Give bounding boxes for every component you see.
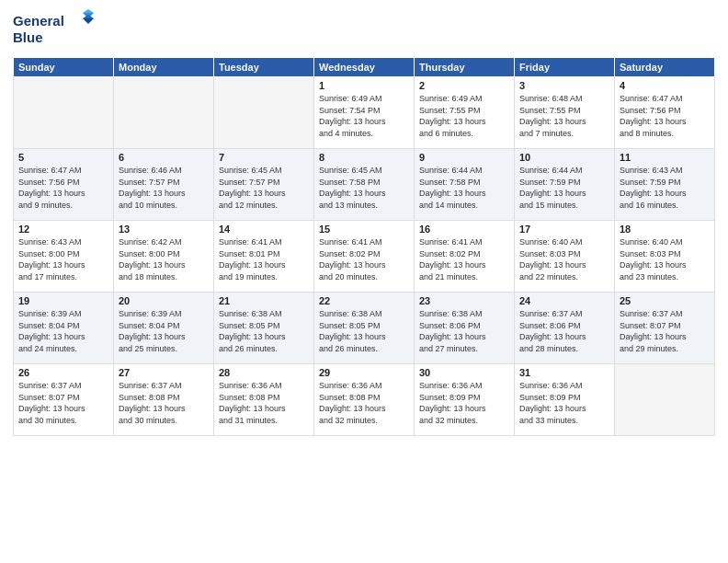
- day-14: 14Sunrise: 6:41 AM Sunset: 8:01 PM Dayli…: [214, 221, 314, 293]
- day-27: 27Sunrise: 6:37 AM Sunset: 8:08 PM Dayli…: [114, 364, 214, 436]
- day-number: 11: [620, 152, 710, 163]
- day-28: 28Sunrise: 6:36 AM Sunset: 8:08 PM Dayli…: [214, 364, 314, 436]
- logo-svg: General Blue: [13, 9, 96, 50]
- day-info: Sunrise: 6:48 AM Sunset: 7:55 PM Dayligh…: [519, 93, 609, 139]
- day-13: 13Sunrise: 6:42 AM Sunset: 8:00 PM Dayli…: [114, 221, 214, 293]
- day-8: 8Sunrise: 6:45 AM Sunset: 7:58 PM Daylig…: [314, 149, 415, 221]
- day-number: 29: [319, 367, 409, 378]
- day-12: 12Sunrise: 6:43 AM Sunset: 8:00 PM Dayli…: [14, 221, 114, 293]
- week-row-1: 1Sunrise: 6:49 AM Sunset: 7:54 PM Daylig…: [14, 77, 715, 149]
- week-row-5: 26Sunrise: 6:37 AM Sunset: 8:07 PM Dayli…: [14, 364, 715, 436]
- day-info: Sunrise: 6:44 AM Sunset: 7:58 PM Dayligh…: [419, 165, 509, 211]
- svg-text:Blue: Blue: [13, 29, 43, 45]
- day-20: 20Sunrise: 6:39 AM Sunset: 8:04 PM Dayli…: [114, 293, 214, 364]
- day-number: 8: [319, 152, 409, 163]
- empty-cell: [214, 77, 314, 149]
- day-number: 6: [119, 152, 209, 163]
- day-number: 30: [419, 367, 509, 378]
- day-19: 19Sunrise: 6:39 AM Sunset: 8:04 PM Dayli…: [14, 293, 114, 364]
- week-row-4: 19Sunrise: 6:39 AM Sunset: 8:04 PM Dayli…: [14, 293, 715, 364]
- day-2: 2Sunrise: 6:49 AM Sunset: 7:55 PM Daylig…: [415, 77, 515, 149]
- day-11: 11Sunrise: 6:43 AM Sunset: 7:59 PM Dayli…: [615, 149, 715, 221]
- day-number: 2: [419, 80, 509, 91]
- weekday-tuesday: Tuesday: [214, 58, 314, 77]
- day-7: 7Sunrise: 6:45 AM Sunset: 7:57 PM Daylig…: [214, 149, 314, 221]
- svg-marker-2: [83, 9, 94, 13]
- day-number: 19: [18, 295, 108, 306]
- day-26: 26Sunrise: 6:37 AM Sunset: 8:07 PM Dayli…: [14, 364, 114, 436]
- day-info: Sunrise: 6:41 AM Sunset: 8:01 PM Dayligh…: [219, 236, 309, 282]
- empty-cell: [114, 77, 214, 149]
- day-4: 4Sunrise: 6:47 AM Sunset: 7:56 PM Daylig…: [615, 77, 715, 149]
- day-number: 13: [119, 224, 209, 235]
- day-number: 27: [119, 367, 209, 378]
- logo: General Blue: [13, 9, 96, 50]
- day-21: 21Sunrise: 6:38 AM Sunset: 8:05 PM Dayli…: [214, 293, 314, 364]
- day-number: 12: [18, 224, 108, 235]
- weekday-thursday: Thursday: [415, 58, 515, 77]
- day-31: 31Sunrise: 6:36 AM Sunset: 8:09 PM Dayli…: [515, 364, 615, 436]
- page: General Blue SundayMondayTuesdayWednesda…: [0, 0, 728, 563]
- day-info: Sunrise: 6:43 AM Sunset: 8:00 PM Dayligh…: [18, 236, 108, 282]
- day-number: 5: [18, 152, 108, 163]
- day-number: 20: [119, 295, 209, 306]
- day-number: 23: [419, 295, 509, 306]
- day-16: 16Sunrise: 6:41 AM Sunset: 8:02 PM Dayli…: [415, 221, 515, 293]
- day-info: Sunrise: 6:36 AM Sunset: 8:09 PM Dayligh…: [419, 380, 509, 426]
- day-info: Sunrise: 6:37 AM Sunset: 8:08 PM Dayligh…: [119, 380, 209, 426]
- calendar-header: SundayMondayTuesdayWednesdayThursdayFrid…: [14, 58, 715, 77]
- day-info: Sunrise: 6:39 AM Sunset: 8:04 PM Dayligh…: [18, 308, 108, 354]
- day-info: Sunrise: 6:46 AM Sunset: 7:57 PM Dayligh…: [119, 165, 209, 211]
- day-info: Sunrise: 6:36 AM Sunset: 8:09 PM Dayligh…: [519, 380, 609, 426]
- day-info: Sunrise: 6:41 AM Sunset: 8:02 PM Dayligh…: [319, 236, 409, 282]
- day-info: Sunrise: 6:45 AM Sunset: 7:58 PM Dayligh…: [319, 165, 409, 211]
- day-number: 9: [419, 152, 509, 163]
- day-23: 23Sunrise: 6:38 AM Sunset: 8:06 PM Dayli…: [415, 293, 515, 364]
- calendar-body: 1Sunrise: 6:49 AM Sunset: 7:54 PM Daylig…: [14, 77, 715, 436]
- day-info: Sunrise: 6:42 AM Sunset: 8:00 PM Dayligh…: [119, 236, 209, 282]
- day-1: 1Sunrise: 6:49 AM Sunset: 7:54 PM Daylig…: [314, 77, 415, 149]
- day-number: 3: [519, 80, 609, 91]
- day-number: 31: [519, 367, 609, 378]
- day-number: 16: [419, 224, 509, 235]
- header: General Blue: [13, 9, 715, 50]
- day-number: 17: [519, 224, 609, 235]
- day-number: 4: [620, 80, 710, 91]
- day-24: 24Sunrise: 6:37 AM Sunset: 8:06 PM Dayli…: [515, 293, 615, 364]
- empty-cell: [615, 364, 715, 436]
- day-info: Sunrise: 6:45 AM Sunset: 7:57 PM Dayligh…: [219, 165, 309, 211]
- weekday-sunday: Sunday: [14, 58, 114, 77]
- weekday-row: SundayMondayTuesdayWednesdayThursdayFrid…: [14, 58, 715, 77]
- day-info: Sunrise: 6:47 AM Sunset: 7:56 PM Dayligh…: [620, 93, 710, 139]
- day-info: Sunrise: 6:43 AM Sunset: 7:59 PM Dayligh…: [620, 165, 710, 211]
- svg-text:General: General: [13, 13, 64, 29]
- day-30: 30Sunrise: 6:36 AM Sunset: 8:09 PM Dayli…: [415, 364, 515, 436]
- day-number: 1: [319, 80, 409, 91]
- day-info: Sunrise: 6:40 AM Sunset: 8:03 PM Dayligh…: [519, 236, 609, 282]
- day-number: 22: [319, 295, 409, 306]
- day-10: 10Sunrise: 6:44 AM Sunset: 7:59 PM Dayli…: [515, 149, 615, 221]
- day-info: Sunrise: 6:44 AM Sunset: 7:59 PM Dayligh…: [519, 165, 609, 211]
- day-3: 3Sunrise: 6:48 AM Sunset: 7:55 PM Daylig…: [515, 77, 615, 149]
- day-number: 7: [219, 152, 309, 163]
- day-18: 18Sunrise: 6:40 AM Sunset: 8:03 PM Dayli…: [615, 221, 715, 293]
- weekday-friday: Friday: [515, 58, 615, 77]
- day-9: 9Sunrise: 6:44 AM Sunset: 7:58 PM Daylig…: [415, 149, 515, 221]
- day-info: Sunrise: 6:49 AM Sunset: 7:54 PM Dayligh…: [319, 93, 409, 139]
- day-number: 24: [519, 295, 609, 306]
- day-29: 29Sunrise: 6:36 AM Sunset: 8:08 PM Dayli…: [314, 364, 415, 436]
- day-number: 26: [18, 367, 108, 378]
- day-5: 5Sunrise: 6:47 AM Sunset: 7:56 PM Daylig…: [14, 149, 114, 221]
- day-number: 15: [319, 224, 409, 235]
- day-info: Sunrise: 6:36 AM Sunset: 8:08 PM Dayligh…: [219, 380, 309, 426]
- day-22: 22Sunrise: 6:38 AM Sunset: 8:05 PM Dayli…: [314, 293, 415, 364]
- day-number: 21: [219, 295, 309, 306]
- day-info: Sunrise: 6:41 AM Sunset: 8:02 PM Dayligh…: [419, 236, 509, 282]
- day-info: Sunrise: 6:37 AM Sunset: 8:06 PM Dayligh…: [519, 308, 609, 354]
- day-info: Sunrise: 6:40 AM Sunset: 8:03 PM Dayligh…: [620, 236, 710, 282]
- weekday-saturday: Saturday: [615, 58, 715, 77]
- day-info: Sunrise: 6:37 AM Sunset: 8:07 PM Dayligh…: [620, 308, 710, 354]
- calendar: SundayMondayTuesdayWednesdayThursdayFrid…: [13, 57, 715, 436]
- day-number: 18: [620, 224, 710, 235]
- day-info: Sunrise: 6:36 AM Sunset: 8:08 PM Dayligh…: [319, 380, 409, 426]
